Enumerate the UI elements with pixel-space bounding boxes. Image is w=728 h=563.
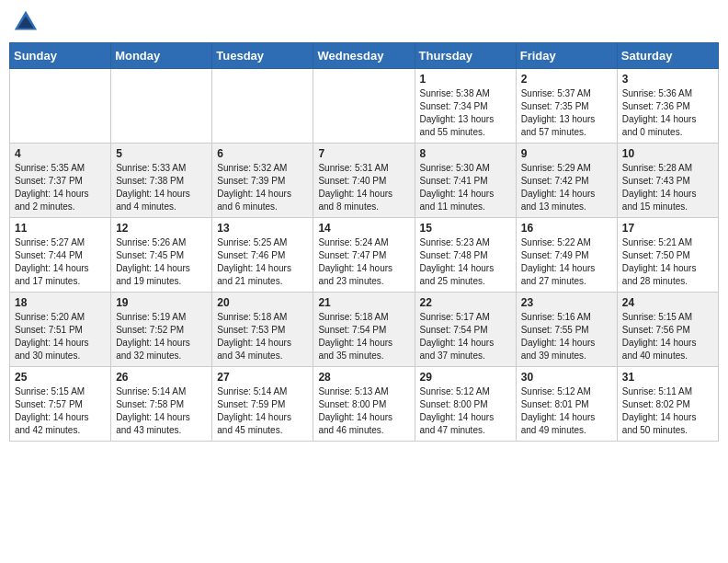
calendar-cell: 19Sunrise: 5:19 AMSunset: 7:52 PMDayligh…	[111, 293, 212, 367]
day-number: 11	[15, 222, 106, 235]
day-info: Sunrise: 5:13 AMSunset: 8:00 PMDaylight:…	[318, 385, 409, 437]
day-number: 6	[217, 147, 308, 160]
calendar-cell: 2Sunrise: 5:37 AMSunset: 7:35 PMDaylight…	[516, 69, 617, 144]
day-number: 5	[116, 147, 207, 160]
day-info: Sunrise: 5:11 AMSunset: 8:02 PMDaylight:…	[622, 385, 713, 437]
day-info: Sunrise: 5:31 AMSunset: 7:40 PMDaylight:…	[318, 162, 409, 213]
calendar-cell	[10, 69, 111, 144]
weekday-header-saturday: Saturday	[617, 43, 718, 69]
day-number: 10	[622, 147, 713, 160]
day-info: Sunrise: 5:27 AMSunset: 7:44 PMDaylight:…	[15, 236, 106, 288]
day-info: Sunrise: 5:18 AMSunset: 7:53 PMDaylight:…	[217, 311, 308, 362]
weekday-header-wednesday: Wednesday	[313, 43, 415, 69]
day-info: Sunrise: 5:21 AMSunset: 7:50 PMDaylight:…	[622, 236, 713, 288]
weekday-header-sunday: Sunday	[10, 43, 111, 69]
day-number: 16	[521, 222, 612, 235]
day-info: Sunrise: 5:12 AMSunset: 8:01 PMDaylight:…	[521, 385, 612, 437]
day-info: Sunrise: 5:25 AMSunset: 7:46 PMDaylight:…	[217, 236, 308, 288]
day-number: 24	[622, 296, 713, 309]
calendar-cell: 11Sunrise: 5:27 AMSunset: 7:44 PMDayligh…	[10, 218, 111, 293]
day-info: Sunrise: 5:33 AMSunset: 7:38 PMDaylight:…	[116, 162, 207, 213]
day-info: Sunrise: 5:14 AMSunset: 7:58 PMDaylight:…	[116, 385, 207, 437]
calendar-cell: 26Sunrise: 5:14 AMSunset: 7:58 PMDayligh…	[111, 367, 212, 442]
weekday-header-monday: Monday	[111, 43, 212, 69]
calendar-cell: 3Sunrise: 5:36 AMSunset: 7:36 PMDaylight…	[617, 69, 718, 144]
day-number: 18	[15, 296, 106, 309]
calendar-cell: 5Sunrise: 5:33 AMSunset: 7:38 PMDaylight…	[111, 144, 212, 218]
day-info: Sunrise: 5:15 AMSunset: 7:57 PMDaylight:…	[15, 385, 106, 437]
calendar-cell: 23Sunrise: 5:16 AMSunset: 7:55 PMDayligh…	[516, 293, 617, 367]
day-number: 31	[622, 371, 713, 384]
day-number: 27	[217, 371, 308, 384]
weekday-header-thursday: Thursday	[415, 43, 516, 69]
day-info: Sunrise: 5:37 AMSunset: 7:35 PMDaylight:…	[521, 87, 612, 139]
logo	[13, 9, 42, 35]
calendar-cell: 16Sunrise: 5:22 AMSunset: 7:49 PMDayligh…	[516, 218, 617, 293]
logo-icon	[13, 9, 39, 35]
calendar-cell: 15Sunrise: 5:23 AMSunset: 7:48 PMDayligh…	[415, 218, 516, 293]
calendar-cell: 31Sunrise: 5:11 AMSunset: 8:02 PMDayligh…	[617, 367, 718, 442]
day-number: 8	[420, 147, 511, 160]
calendar-week-row: 18Sunrise: 5:20 AMSunset: 7:51 PMDayligh…	[10, 293, 719, 367]
calendar-cell: 22Sunrise: 5:17 AMSunset: 7:54 PMDayligh…	[415, 293, 516, 367]
day-number: 17	[622, 222, 713, 235]
calendar-week-row: 25Sunrise: 5:15 AMSunset: 7:57 PMDayligh…	[10, 367, 719, 442]
calendar-week-row: 11Sunrise: 5:27 AMSunset: 7:44 PMDayligh…	[10, 218, 719, 293]
calendar-table: SundayMondayTuesdayWednesdayThursdayFrid…	[9, 42, 719, 442]
calendar-cell: 18Sunrise: 5:20 AMSunset: 7:51 PMDayligh…	[10, 293, 111, 367]
day-info: Sunrise: 5:23 AMSunset: 7:48 PMDaylight:…	[420, 236, 511, 288]
day-info: Sunrise: 5:15 AMSunset: 7:56 PMDaylight:…	[622, 311, 713, 362]
calendar-cell: 13Sunrise: 5:25 AMSunset: 7:46 PMDayligh…	[212, 218, 313, 293]
day-number: 1	[420, 73, 511, 86]
calendar-week-row: 4Sunrise: 5:35 AMSunset: 7:37 PMDaylight…	[10, 144, 719, 218]
day-info: Sunrise: 5:26 AMSunset: 7:45 PMDaylight:…	[116, 236, 207, 288]
weekday-header-friday: Friday	[516, 43, 617, 69]
calendar-cell: 12Sunrise: 5:26 AMSunset: 7:45 PMDayligh…	[111, 218, 212, 293]
day-number: 4	[15, 147, 106, 160]
calendar-cell: 24Sunrise: 5:15 AMSunset: 7:56 PMDayligh…	[617, 293, 718, 367]
day-info: Sunrise: 5:28 AMSunset: 7:43 PMDaylight:…	[622, 162, 713, 213]
calendar-cell: 7Sunrise: 5:31 AMSunset: 7:40 PMDaylight…	[313, 144, 415, 218]
day-info: Sunrise: 5:32 AMSunset: 7:39 PMDaylight:…	[217, 162, 308, 213]
calendar-cell: 20Sunrise: 5:18 AMSunset: 7:53 PMDayligh…	[212, 293, 313, 367]
calendar-week-row: 1Sunrise: 5:38 AMSunset: 7:34 PMDaylight…	[10, 69, 719, 144]
day-info: Sunrise: 5:14 AMSunset: 7:59 PMDaylight:…	[217, 385, 308, 437]
calendar-cell: 4Sunrise: 5:35 AMSunset: 7:37 PMDaylight…	[10, 144, 111, 218]
calendar-cell	[212, 69, 313, 144]
day-info: Sunrise: 5:22 AMSunset: 7:49 PMDaylight:…	[521, 236, 612, 288]
day-number: 29	[420, 371, 511, 384]
day-number: 20	[217, 296, 308, 309]
day-info: Sunrise: 5:36 AMSunset: 7:36 PMDaylight:…	[622, 87, 713, 139]
day-info: Sunrise: 5:20 AMSunset: 7:51 PMDaylight:…	[15, 311, 106, 362]
calendar-cell: 1Sunrise: 5:38 AMSunset: 7:34 PMDaylight…	[415, 69, 516, 144]
calendar-cell: 17Sunrise: 5:21 AMSunset: 7:50 PMDayligh…	[617, 218, 718, 293]
day-info: Sunrise: 5:30 AMSunset: 7:41 PMDaylight:…	[420, 162, 511, 213]
calendar-cell: 21Sunrise: 5:18 AMSunset: 7:54 PMDayligh…	[313, 293, 415, 367]
weekday-header-tuesday: Tuesday	[212, 43, 313, 69]
day-info: Sunrise: 5:19 AMSunset: 7:52 PMDaylight:…	[116, 311, 207, 362]
calendar-cell	[313, 69, 415, 144]
calendar-cell: 8Sunrise: 5:30 AMSunset: 7:41 PMDaylight…	[415, 144, 516, 218]
day-info: Sunrise: 5:35 AMSunset: 7:37 PMDaylight:…	[15, 162, 106, 213]
day-number: 30	[521, 371, 612, 384]
calendar-cell: 30Sunrise: 5:12 AMSunset: 8:01 PMDayligh…	[516, 367, 617, 442]
day-number: 23	[521, 296, 612, 309]
calendar-cell: 10Sunrise: 5:28 AMSunset: 7:43 PMDayligh…	[617, 144, 718, 218]
day-number: 22	[420, 296, 511, 309]
calendar-cell: 25Sunrise: 5:15 AMSunset: 7:57 PMDayligh…	[10, 367, 111, 442]
calendar-cell	[111, 69, 212, 144]
day-info: Sunrise: 5:16 AMSunset: 7:55 PMDaylight:…	[521, 311, 612, 362]
day-info: Sunrise: 5:18 AMSunset: 7:54 PMDaylight:…	[318, 311, 409, 362]
day-info: Sunrise: 5:17 AMSunset: 7:54 PMDaylight:…	[420, 311, 511, 362]
day-number: 15	[420, 222, 511, 235]
day-number: 26	[116, 371, 207, 384]
day-number: 19	[116, 296, 207, 309]
day-info: Sunrise: 5:24 AMSunset: 7:47 PMDaylight:…	[318, 236, 409, 288]
day-number: 2	[521, 73, 612, 86]
day-number: 13	[217, 222, 308, 235]
page-header	[9, 9, 719, 35]
calendar-cell: 27Sunrise: 5:14 AMSunset: 7:59 PMDayligh…	[212, 367, 313, 442]
day-number: 9	[521, 147, 612, 160]
day-info: Sunrise: 5:38 AMSunset: 7:34 PMDaylight:…	[420, 87, 511, 139]
calendar-cell: 14Sunrise: 5:24 AMSunset: 7:47 PMDayligh…	[313, 218, 415, 293]
